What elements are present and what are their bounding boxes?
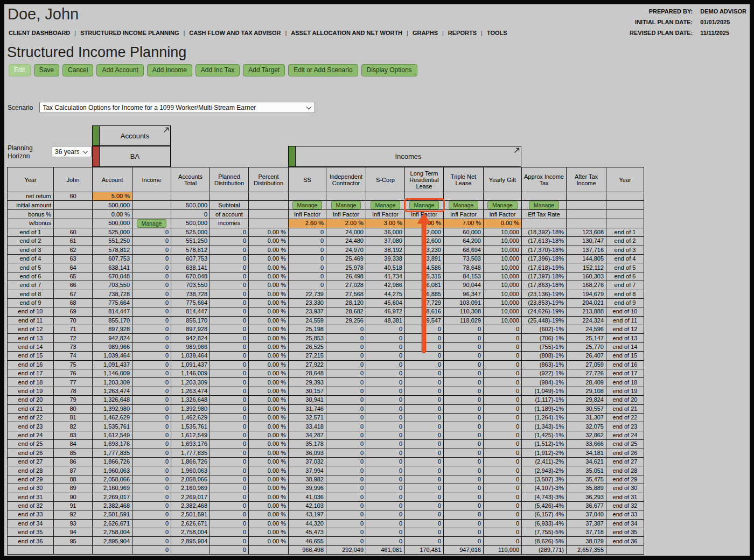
edit-button[interactable]: Edit	[9, 64, 31, 76]
nav-item-graphs[interactable]: GRAPHS	[413, 30, 438, 36]
table-cell: 34,287	[289, 431, 326, 439]
table-cell: 1,612,549	[171, 431, 210, 439]
accounts-expand-icon[interactable]	[163, 127, 169, 133]
manage-independent-contractor-button[interactable]: Manage	[331, 201, 361, 209]
table-cell: 25,147	[567, 334, 606, 342]
table-cell: 0.00 %	[249, 440, 289, 449]
planning-horizon-select-wrap: 36 years	[52, 146, 92, 157]
table-cell	[326, 192, 366, 201]
table-cell: 2,382,468	[93, 501, 132, 510]
column-header-planned-distribution-5: Planned Distribution	[210, 167, 249, 192]
nav-item-reports[interactable]: REPORTS	[448, 30, 477, 36]
add-inc-tax-button[interactable]: Add Inc Tax	[196, 64, 240, 76]
totals-cell	[249, 545, 289, 554]
table-cell: end of 33	[8, 510, 54, 519]
table-cell: 0	[405, 457, 444, 466]
table-cell	[567, 219, 606, 228]
table-cell: 10,000	[484, 316, 522, 325]
table-cell: end of 22	[8, 413, 54, 422]
cancel-button[interactable]: Cancel	[62, 64, 93, 76]
nav-item-structured-income-planning[interactable]: STRUCTURED INCOME PLANNING	[80, 30, 179, 36]
table-cell: 0	[326, 369, 366, 378]
add-income-button[interactable]: Add Income	[147, 64, 192, 76]
manage-yearly-gift-button[interactable]: Manage	[487, 201, 518, 209]
manage-approx-income-tax-button[interactable]: Manage	[529, 201, 559, 209]
table-cell: 0	[326, 519, 366, 528]
table-row: end of 564638,1410638,14100.00 %025,9784…	[8, 263, 644, 272]
table-row: end of 160525,0000525,00000.00 %024,0003…	[8, 228, 644, 236]
manage-income-button[interactable]: Manage	[137, 219, 167, 228]
table-cell: 0	[289, 254, 326, 263]
table-cell: 72	[54, 334, 93, 342]
add-account-button[interactable]: Add Account	[96, 64, 143, 76]
table-cell: 0	[132, 528, 171, 537]
table-cell: net return	[8, 192, 54, 201]
table-cell: 0	[444, 360, 484, 369]
table-cell: 2,895,904	[93, 537, 132, 545]
table-cell: 144,805	[567, 254, 606, 263]
planning-horizon-select[interactable]: 36 years	[52, 146, 92, 157]
table-row: end of 36952,895,90402,895,90400.00 %46,…	[8, 537, 644, 545]
table-cell: 29,393	[289, 378, 326, 387]
table-cell: (17,396)-18%	[522, 254, 567, 263]
manage-long-term-residential-lease-button[interactable]: Manage	[409, 201, 439, 209]
table-cell: 10,000	[484, 307, 522, 316]
table-cell: 0	[132, 475, 171, 484]
table-cell: 71	[54, 325, 93, 334]
edit-or-add-scenario-button[interactable]: Edit or Add Scenario	[288, 64, 358, 76]
table-cell	[522, 192, 567, 201]
table-cell: end of 10	[606, 307, 644, 316]
table-cell: 32,862	[567, 431, 606, 439]
display-options-button[interactable]: Display Options	[361, 64, 417, 76]
table-cell: 0	[405, 510, 444, 519]
table-cell: 10,000	[484, 237, 522, 246]
table-cell: 638,141	[93, 263, 132, 272]
table-cell	[249, 192, 289, 201]
table-cell: 31,307	[567, 413, 606, 422]
incomes-expand-icon[interactable]	[514, 148, 520, 153]
totals-cell: 292,049	[326, 545, 366, 554]
table-cell: 0.00 %	[249, 501, 289, 510]
table-cell: 0.00 %	[249, 360, 289, 369]
table-cell: 0	[444, 528, 484, 537]
manage-ss-button[interactable]: Manage	[292, 201, 323, 209]
table-cell: 35,178	[289, 440, 326, 449]
table-cell: 10,000	[484, 263, 522, 272]
table-cell: 0	[405, 387, 444, 395]
table-cell	[54, 210, 93, 219]
table-cell: end of 28	[8, 466, 54, 475]
table-cell: 44,320	[289, 519, 326, 528]
table-cell: 25,853	[289, 334, 326, 342]
nav-item-tools[interactable]: TOOLS	[487, 30, 507, 36]
planning-horizon-label: Planning Horizon	[8, 144, 43, 160]
totals-cell: (289,771)	[522, 545, 567, 554]
nav-item-client-dashboard[interactable]: CLIENT DASHBOARD	[9, 30, 70, 36]
table-cell: 75	[54, 360, 93, 369]
table-cell: 0	[210, 246, 249, 254]
table-cell: end of 13	[606, 334, 644, 342]
table-cell: Manage	[132, 219, 171, 228]
table-cell: 607,753	[93, 254, 132, 263]
table-cell: 0	[132, 404, 171, 413]
manage-s-corp-button[interactable]: Manage	[371, 201, 401, 209]
totals-cell: 110,000	[484, 545, 522, 554]
table-cell: (1,425)-1%	[522, 431, 567, 439]
add-target-button[interactable]: Add Target	[243, 64, 285, 76]
nav-item-asset-allocation-and-net-worth[interactable]: ASSET ALLOCATION AND NET WORTH	[291, 30, 402, 36]
table-cell: end of 19	[606, 387, 644, 395]
account-ba-label: BA	[100, 146, 170, 166]
table-cell: Manage	[405, 201, 444, 210]
table-cell: end of 30	[8, 484, 54, 493]
table-cell: 22,739	[289, 290, 326, 298]
table-cell: 1,777,835	[171, 449, 210, 457]
table-cell: 0	[484, 519, 522, 528]
table-cell: 37,387	[567, 519, 606, 528]
nav-item-cash-flow-and-tax-advisor[interactable]: CASH FLOW AND TAX ADVISOR	[189, 30, 281, 36]
save-button[interactable]: Save	[34, 64, 59, 76]
table-cell: w/bonus	[8, 219, 54, 228]
table-cell: 0	[366, 325, 405, 334]
table-cell: 0	[366, 449, 405, 457]
table-cell: 25,469	[326, 254, 366, 263]
scenario-select[interactable]: Tax Calculation Options for Income for a…	[39, 102, 315, 113]
manage-triple-net-lease-button[interactable]: Manage	[449, 201, 479, 209]
